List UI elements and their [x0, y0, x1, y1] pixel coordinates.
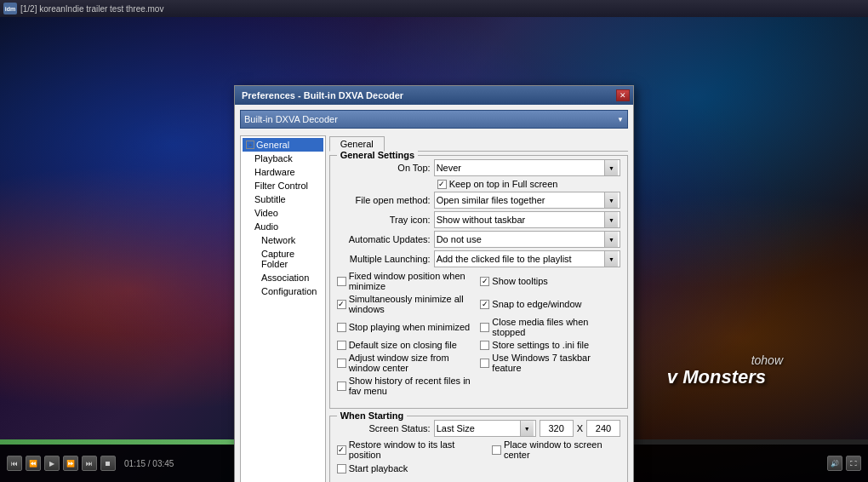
nav-item-hardware[interactable]: Hardware [243, 165, 323, 179]
settings-panel: General General Settings On Top: Never ▼ [329, 135, 628, 482]
tray-icon-arrow: ▼ [604, 212, 618, 227]
keep-top-row: Keep on top in Full screen [337, 179, 620, 189]
auto-updates-label: Automatic Updates: [337, 234, 431, 244]
nav-item-playback[interactable]: Playback [243, 152, 323, 165]
x-separator: X [577, 423, 583, 433]
when-starting-label: When Starting [337, 410, 408, 421]
cb-adjust-window: Adjust window size from window center [337, 353, 477, 373]
nav-label-capture-folder: Capture Folder [261, 249, 320, 269]
cb-close-media: Close media files when stopped [480, 317, 620, 337]
screen-status-row: Screen Status: Last Size ▼ 320 X 240 [337, 420, 620, 437]
tray-icon-select[interactable]: Show without taskbar ▼ [434, 211, 620, 228]
screen-status-label: Screen Status: [337, 423, 431, 433]
nav-item-video[interactable]: Video [243, 206, 323, 220]
decoder-dropdown-value: Built-in DXVA Decoder [244, 114, 338, 124]
cb-adjust-window-input[interactable] [337, 359, 346, 368]
auto-updates-arrow: ▼ [604, 232, 618, 247]
when-starting-group: When Starting Screen Status: Last Size ▼… [329, 416, 628, 482]
nav-label-configuration: Configuration [261, 286, 317, 296]
nav-item-audio[interactable]: Audio [243, 220, 323, 233]
nav-item-network[interactable]: Network [243, 233, 323, 247]
checkbox-grid: Fixed window position when minimize Show… [337, 271, 620, 398]
decoder-select-row: Built-in DXVA Decoder ▼ [240, 110, 628, 129]
cb-win7-taskbar-input[interactable] [480, 359, 489, 368]
cb-show-tooltips-input[interactable] [480, 277, 489, 286]
next-button[interactable]: ⏭ [82, 456, 97, 471]
nav-item-association[interactable]: Association [243, 271, 323, 284]
cb-place-window: Place window to screen center [492, 439, 620, 460]
cb-snap-edge-input[interactable] [480, 300, 489, 309]
file-open-row: File open method: Open similar files tog… [337, 192, 620, 209]
prev-button[interactable]: ⏮ [7, 456, 22, 471]
preferences-dialog: Preferences - Built-in DXVA Decoder ✕ Bu… [234, 85, 634, 482]
cb-default-size-input[interactable] [337, 341, 346, 350]
on-top-row: On Top: Never ▼ [337, 159, 620, 176]
nav-item-general[interactable]: + General [243, 138, 323, 152]
tab-bar: General [329, 135, 628, 152]
fullscreen-button[interactable]: ⛶ [846, 456, 861, 471]
auto-updates-value: Do not use [437, 234, 482, 244]
nav-item-configuration[interactable]: Configuration [243, 284, 323, 298]
cb-fixed-window: Fixed window position when minimize [337, 271, 477, 291]
cb-close-media-input[interactable] [480, 323, 489, 332]
time-display: 01:15 / 03:45 [124, 459, 174, 468]
nav-expand-general[interactable]: + [246, 141, 254, 149]
cb-simultaneous-input[interactable] [337, 300, 346, 309]
nav-item-subtitle[interactable]: Subtitle [243, 192, 323, 206]
nav-label-video: Video [254, 208, 278, 218]
cb-start-playback-input[interactable] [337, 464, 346, 473]
multi-launch-arrow: ▼ [604, 251, 618, 267]
nav-label-playback: Playback [254, 153, 293, 164]
width-input[interactable]: 320 [540, 420, 574, 437]
cb-store-settings-input[interactable] [480, 341, 489, 350]
dialog-content: + General Playback Hardware Filter Contr… [240, 135, 628, 482]
cb-history-input[interactable] [337, 382, 346, 391]
cb-history: Show history of recent files in fav menu [337, 376, 477, 396]
keep-top-checkbox[interactable] [437, 180, 447, 189]
screen-status-select[interactable]: Last Size ▼ [434, 420, 536, 437]
nav-tree: + General Playback Hardware Filter Contr… [240, 135, 326, 482]
cb-simultaneous: Simultaneously minimize all windows [337, 294, 477, 314]
cb-show-tooltips: Show tooltips [480, 271, 620, 291]
dialog-close-button[interactable]: ✕ [616, 89, 630, 101]
restore-window-label: Restore window to its last position [349, 439, 478, 460]
nav-label-hardware: Hardware [254, 167, 295, 177]
file-open-value: Open similar files together [437, 195, 545, 205]
app-icon: idm [3, 3, 17, 14]
nav-label-subtitle: Subtitle [254, 194, 286, 204]
nav-label-general: General [256, 140, 289, 150]
on-top-arrow: ▼ [604, 160, 618, 175]
play-button[interactable]: ▶ [44, 456, 60, 471]
cb-place-window-input[interactable] [492, 445, 501, 455]
cb-restore-window-input[interactable] [337, 445, 346, 455]
fast-forward-button[interactable]: ⏩ [63, 456, 78, 471]
multi-launch-label: Multiple Launching: [337, 254, 431, 264]
cb-store-settings: Store settings to .ini file [480, 340, 620, 350]
screen-status-arrow: ▼ [520, 421, 534, 436]
cb-start-playback: Start playback [337, 463, 620, 473]
on-top-value: Never [437, 163, 461, 173]
tray-icon-row: Tray icon: Show without taskbar ▼ [337, 211, 620, 228]
nav-item-capture-folder[interactable]: Capture Folder [243, 247, 323, 271]
height-input[interactable]: 240 [586, 420, 620, 437]
tray-icon-value: Show without taskbar [437, 215, 526, 225]
file-open-label: File open method: [337, 195, 431, 205]
cb-stop-playing-input[interactable] [337, 323, 346, 332]
cb-snap-edge: Snap to edge/window [480, 294, 620, 314]
cb-fixed-window-input[interactable] [337, 277, 346, 286]
auto-updates-select[interactable]: Do not use ▼ [434, 231, 620, 248]
decoder-dropdown[interactable]: Built-in DXVA Decoder ▼ [240, 110, 628, 129]
cb-restore-window: Restore window to its last position [337, 439, 478, 460]
rewind-button[interactable]: ⏪ [26, 456, 41, 471]
cb-win7-taskbar: Use Windows 7 taskbar feature [480, 353, 620, 373]
multi-launch-select[interactable]: Add the clicked file to the playlist ▼ [434, 250, 620, 267]
stop-button[interactable]: ⏹ [100, 456, 116, 471]
on-top-select[interactable]: Never ▼ [434, 159, 620, 176]
nav-label-network: Network [261, 235, 295, 245]
dialog-overlay: Preferences - Built-in DXVA Decoder ✕ Bu… [0, 17, 868, 439]
file-open-select[interactable]: Open similar files together ▼ [434, 192, 620, 209]
nav-item-filter-control[interactable]: Filter Control [243, 179, 323, 192]
volume-button[interactable]: 🔊 [827, 456, 842, 471]
place-window-label: Place window to screen center [504, 439, 620, 460]
tab-general[interactable]: General [329, 136, 385, 152]
